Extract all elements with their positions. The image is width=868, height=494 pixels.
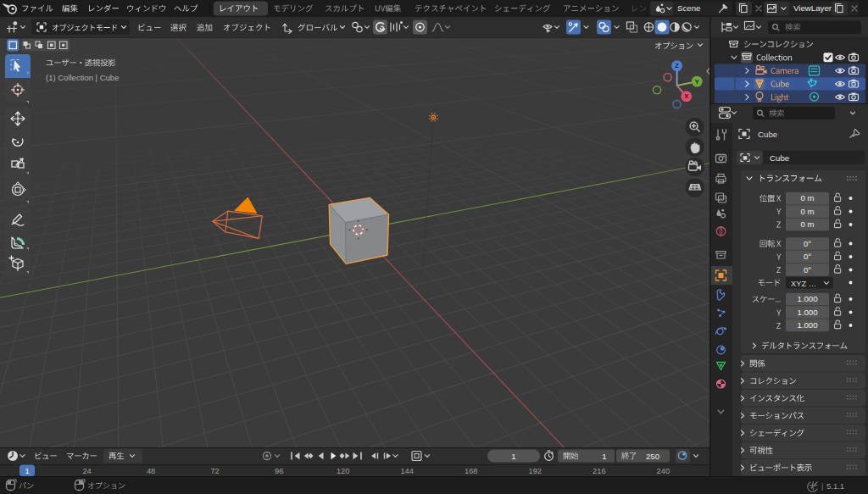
svg-text:48: 48	[147, 467, 155, 475]
svg-text:1.000: 1.000	[797, 320, 817, 330]
svg-text:1: 1	[25, 467, 29, 475]
svg-text:1.000: 1.000	[797, 294, 817, 303]
svg-text:192: 192	[529, 467, 542, 475]
svg-text:0°: 0°	[804, 252, 811, 261]
svg-text:0 m: 0 m	[801, 219, 815, 229]
svg-text:Scene: Scene	[677, 3, 700, 13]
svg-text:120: 120	[337, 467, 350, 475]
svg-text:1.000: 1.000	[797, 308, 817, 317]
svg-text:0 m: 0 m	[801, 193, 815, 203]
svg-text:240: 240	[657, 467, 670, 475]
svg-text:168: 168	[465, 467, 478, 475]
svg-text:XYZ …: XYZ …	[791, 280, 816, 288]
svg-text:144: 144	[400, 467, 414, 475]
svg-text:0°: 0°	[804, 239, 811, 248]
svg-text:24: 24	[82, 467, 91, 475]
svg-text:ViewLayer: ViewLayer	[793, 3, 832, 13]
svg-text:96: 96	[275, 467, 283, 475]
svg-text:250: 250	[646, 452, 659, 461]
svg-text:|: |	[821, 481, 823, 491]
svg-text:1: 1	[511, 452, 515, 461]
svg-text:X: X	[684, 92, 688, 100]
svg-text:216: 216	[593, 467, 606, 475]
svg-text:0 m: 0 m	[801, 207, 815, 216]
svg-text:Cube: Cube	[758, 130, 777, 139]
svg-text:Z: Z	[675, 62, 679, 69]
svg-text:Y: Y	[695, 78, 699, 86]
svg-text:72: 72	[210, 467, 219, 475]
svg-text:1: 1	[602, 452, 606, 461]
svg-text:5.1.1: 5.1.1	[826, 481, 844, 491]
svg-text:(1) Collection | Cube: (1) Collection | Cube	[46, 73, 119, 82]
svg-text:0°: 0°	[804, 265, 811, 275]
svg-text:Cube: Cube	[770, 153, 789, 163]
